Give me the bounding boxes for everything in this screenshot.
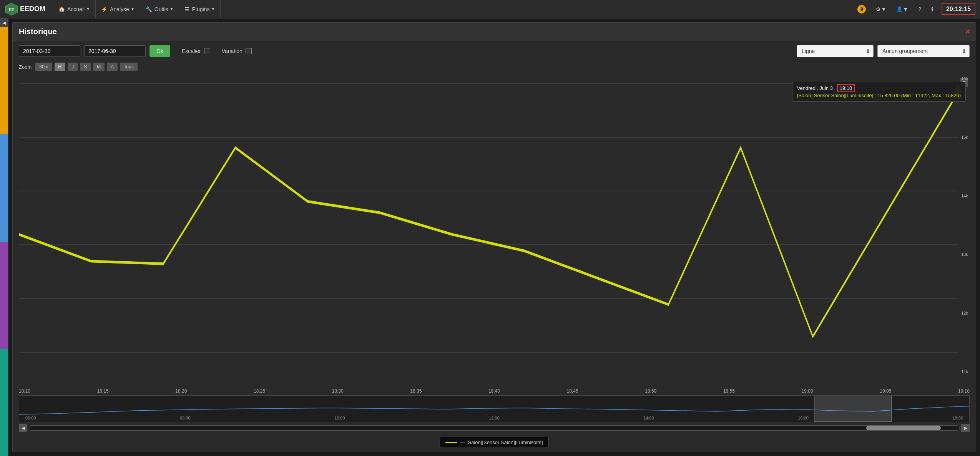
caret-icon-4: ▼ <box>211 7 215 11</box>
tools-icon: 🔧 <box>146 6 152 12</box>
y-label-13k: 13k <box>961 252 968 257</box>
sidebar-color-cyan <box>0 349 8 456</box>
zoom-s[interactable]: S <box>80 63 91 71</box>
y-axis: 16k 15k 14k 13k 12k 11k <box>961 75 968 375</box>
clock-display: 20:12:15 <box>942 3 975 15</box>
chart-type-wrapper: Ligne Barre Aire <box>797 45 874 57</box>
zoom-label: Zoom <box>19 64 32 70</box>
date-end-input[interactable] <box>84 45 146 57</box>
legend-item: — [Salon][Sensor Salon][Luminisoité] <box>440 437 548 448</box>
groupement-wrapper: Aucun groupement Par heure Par jour <box>877 45 970 57</box>
user-button[interactable]: 👤 ▼ <box>892 0 912 18</box>
escalier-checkbox[interactable] <box>204 48 210 54</box>
logo[interactable]: EE EEDOM <box>5 2 45 16</box>
x-label-1905: 19:05 <box>880 388 891 394</box>
chart-type-select[interactable]: Ligne Barre Aire <box>797 45 874 57</box>
sidebar-color-purple <box>0 242 8 349</box>
mini-x-1400: 14:00 <box>643 416 654 420</box>
gear-caret: ▼ <box>881 6 886 12</box>
zoom-a[interactable]: A <box>107 63 118 71</box>
sidebar-toggle[interactable]: ◀ <box>0 18 8 27</box>
y-label-15k: 15k <box>961 135 968 139</box>
mini-x-1600: 16:00 <box>798 416 809 420</box>
x-label-1815: 18:15 <box>97 388 109 394</box>
main-content: ◀ Historique ✕ Ok Escalier Variation <box>0 18 980 456</box>
caret-icon-3: ▼ <box>170 7 174 11</box>
legend-label: — [Salon][Sensor Salon][Luminisoité] <box>460 439 543 445</box>
notification-button[interactable]: 9 <box>854 0 870 18</box>
mini-x-1800: 18:00 <box>952 416 963 420</box>
y-label-14k: 14k <box>961 194 968 198</box>
nav-item-plugins[interactable]: ☰ Plugins ▼ <box>179 0 221 18</box>
help-icon: ? <box>918 6 921 12</box>
scrollbar-row: ◀ ▶ <box>13 422 976 434</box>
groupement-select[interactable]: Aucun groupement Par heure Par jour <box>877 45 970 57</box>
zoom-m[interactable]: M <box>93 63 105 71</box>
panel-close-button[interactable]: ✕ <box>965 28 970 36</box>
x-label-1840: 18:40 <box>488 388 500 394</box>
variation-label: Variation <box>222 48 243 54</box>
chart-container: ≡ 16k 15k 14k 13k 12k 11k <box>19 75 970 387</box>
x-label-1850: 18:50 <box>645 388 656 394</box>
nav-items: 🏠 Accueil ▼ ⚡ Analyse ▼ 🔧 Outils ▼ ☰ Plu… <box>53 0 854 18</box>
zoom-j[interactable]: J <box>68 63 78 71</box>
x-label-1820: 18:20 <box>175 388 187 394</box>
scroll-track[interactable] <box>29 425 960 431</box>
variation-checkbox[interactable] <box>246 48 252 54</box>
nav-label-accueil: Accueil <box>67 6 85 12</box>
x-axis: 18:10 18:15 18:20 18:25 18:30 18:35 18:4… <box>13 387 976 395</box>
panel-title: Historique <box>19 27 57 36</box>
user-caret: ▼ <box>903 6 908 12</box>
caret-icon: ▼ <box>86 7 90 11</box>
help-button[interactable]: ? <box>914 0 925 18</box>
logo-text: EEDOM <box>20 5 45 13</box>
zoom-h[interactable]: H <box>55 63 66 71</box>
nav-item-outils[interactable]: 🔧 Outils ▼ <box>140 0 179 18</box>
mini-x-0600: 06:00 <box>25 416 36 420</box>
gear-icon: ⚙ <box>876 6 881 12</box>
date-start-input[interactable] <box>19 45 80 57</box>
x-label-1845: 18:45 <box>567 388 578 394</box>
nav-label-outils: Outils <box>154 6 168 12</box>
scroll-right-button[interactable]: ▶ <box>961 424 970 432</box>
left-sidebar: ◀ <box>0 18 8 456</box>
chart-svg <box>19 75 970 387</box>
nav-right: 9 ⚙ ▼ 👤 ▼ ? ℹ 20:12:15 <box>854 0 975 18</box>
svg-point-8 <box>955 85 961 99</box>
user-icon: 👤 <box>896 6 903 12</box>
nav-item-analyse[interactable]: ⚡ Analyse ▼ <box>96 0 140 18</box>
info-icon: ℹ <box>931 6 933 12</box>
controls-row: Ok Escalier Variation Ligne Barre Aire <box>13 41 976 61</box>
y-label-16k: 16k <box>961 76 968 81</box>
sidebar-color-blue <box>0 134 8 241</box>
top-navigation: EE EEDOM 🏠 Accueil ▼ ⚡ Analyse ▼ 🔧 Outil… <box>0 0 980 18</box>
logo-icon: EE <box>5 2 18 16</box>
y-label-12k: 12k <box>961 311 968 315</box>
x-label-1810: 18:10 <box>19 388 30 394</box>
legend-line-color <box>445 442 457 443</box>
mini-x-0800: 08:00 <box>180 416 191 420</box>
scroll-left-button[interactable]: ◀ <box>19 424 27 432</box>
historique-panel: Historique ✕ Ok Escalier Variation Ligne… <box>12 22 976 452</box>
nav-label-analyse: Analyse <box>110 6 129 12</box>
notification-badge: 9 <box>857 5 866 13</box>
x-label-1830: 18:30 <box>332 388 344 394</box>
chart-legend: — [Salon][Sensor Salon][Luminisoité] <box>13 434 976 452</box>
x-label-1825: 18:25 <box>254 388 265 394</box>
sidebar-strip <box>0 27 8 456</box>
home-icon: 🏠 <box>58 6 65 12</box>
mini-map[interactable]: 06:00 08:00 10:00 12:00 14:00 16:00 18:0… <box>19 395 970 422</box>
panel-header: Historique ✕ <box>13 23 976 41</box>
zoom-tous[interactable]: Tous <box>120 63 137 71</box>
svg-text:EE: EE <box>9 7 15 12</box>
info-button[interactable]: ℹ <box>927 0 937 18</box>
settings-button[interactable]: ⚙ ▼ <box>872 0 890 18</box>
mini-x-1200: 12:00 <box>489 416 500 420</box>
analyse-icon: ⚡ <box>101 6 108 12</box>
x-label-1900: 19:00 <box>802 388 813 394</box>
mini-x-1000: 10:00 <box>334 416 345 420</box>
ok-button[interactable]: Ok <box>149 45 170 57</box>
nav-item-accueil[interactable]: 🏠 Accueil ▼ <box>53 0 96 18</box>
zoom-30m[interactable]: 30m <box>35 63 52 71</box>
scroll-thumb[interactable] <box>866 426 941 430</box>
